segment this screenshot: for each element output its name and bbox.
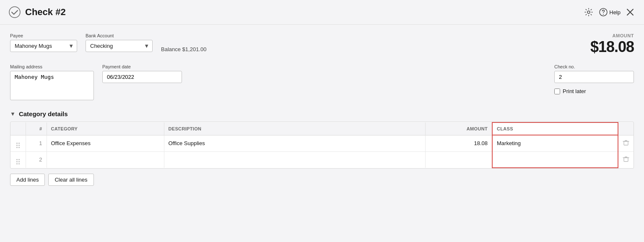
check-circle-icon [8, 6, 21, 18]
row-class[interactable] [492, 151, 618, 168]
bottom-buttons: Add lines Clear all lines [10, 174, 634, 186]
category-col-header: CATEGORY [47, 122, 164, 135]
num-col-header: # [26, 122, 47, 135]
row-amount[interactable] [425, 151, 492, 168]
delete-row-button[interactable] [618, 151, 634, 168]
bank-account-select-wrapper: Checking ▼ [86, 40, 153, 52]
balance-label: Balance [161, 46, 181, 52]
payee-select[interactable]: Mahoney Mugs [10, 40, 77, 52]
balance-value: $1,201.00 [182, 46, 207, 52]
trash-icon [623, 139, 629, 146]
check-no-group: Check no. Print later [554, 64, 634, 94]
row-description[interactable] [164, 151, 425, 168]
close-icon [626, 8, 634, 16]
category-table: # CATEGORY DESCRIPTION AMOUNT CLASS [10, 122, 634, 168]
amount-section: AMOUNT $18.08 [590, 33, 634, 56]
class-col-header: CLASS [492, 122, 618, 135]
mailing-address-label: Mailing address [10, 64, 94, 69]
amount-col-header: AMOUNT [425, 122, 492, 135]
row-num: 2 [26, 151, 47, 168]
section-title: Category details [19, 110, 68, 117]
page-container: Check #2 Help [0, 0, 644, 242]
top-row: Payee Mahoney Mugs ▼ Bank Account Checki… [10, 33, 634, 56]
print-later-checkbox[interactable] [554, 88, 560, 94]
check-no-input[interactable] [554, 71, 634, 83]
drag-dots-icon [16, 159, 20, 164]
settings-button[interactable] [584, 8, 593, 17]
row-category[interactable] [47, 151, 164, 168]
section-header: ▼ Category details [10, 110, 634, 117]
payee-select-wrapper: Mahoney Mugs ▼ [10, 40, 77, 52]
svg-rect-5 [624, 158, 628, 161]
delete-row-button[interactable] [618, 135, 634, 151]
balance-display: Balance $1,201.00 [161, 46, 206, 56]
table-row: 2 [10, 151, 634, 168]
payee-label: Payee [10, 33, 77, 38]
svg-point-0 [9, 7, 20, 18]
row-category[interactable]: Office Expenses [47, 135, 164, 151]
header: Check #2 Help [0, 0, 644, 25]
question-icon [599, 8, 608, 16]
section-toggle-icon[interactable]: ▼ [10, 111, 16, 117]
svg-point-3 [603, 14, 604, 15]
print-later-label: Print later [563, 88, 586, 94]
svg-rect-4 [624, 141, 628, 145]
bank-account-label: Bank Account [86, 33, 153, 38]
drag-dots-icon [16, 143, 20, 148]
page-title: Check #2 [25, 7, 66, 18]
main-content: Payee Mahoney Mugs ▼ Bank Account Checki… [0, 25, 644, 194]
table-header: # CATEGORY DESCRIPTION AMOUNT CLASS [10, 122, 634, 135]
action-col-header [618, 122, 634, 135]
bank-account-select[interactable]: Checking [86, 40, 153, 52]
payment-date-input[interactable] [102, 71, 182, 83]
help-button[interactable]: Help [599, 8, 621, 16]
drag-col-header [10, 122, 26, 135]
bank-account-field-group: Bank Account Checking ▼ [86, 33, 153, 52]
payment-date-group: Payment date [102, 64, 182, 83]
row-class[interactable]: Marketing [492, 135, 618, 151]
drag-handle[interactable] [10, 135, 26, 151]
header-left: Check #2 [8, 6, 66, 18]
amount-value: $18.08 [590, 38, 634, 56]
table-body: 1 Office Expenses Office Supplies 18.08 … [10, 135, 634, 168]
table-row: 1 Office Expenses Office Supplies 18.08 … [10, 135, 634, 151]
second-row: Mailing address Mahoney Mugs Payment dat… [10, 64, 634, 100]
trash-icon [623, 156, 629, 162]
mailing-address-group: Mailing address Mahoney Mugs [10, 64, 94, 100]
add-lines-button[interactable]: Add lines [10, 174, 45, 186]
print-later-row: Print later [554, 88, 634, 94]
row-num: 1 [26, 135, 47, 151]
row-amount[interactable]: 18.08 [425, 135, 492, 151]
gear-icon [584, 8, 593, 17]
clear-all-lines-button[interactable]: Clear all lines [48, 174, 93, 186]
svg-point-1 [587, 11, 590, 13]
description-col-header: DESCRIPTION [164, 122, 425, 135]
close-button[interactable] [626, 8, 634, 16]
drag-handle[interactable] [10, 151, 26, 168]
payee-field-group: Payee Mahoney Mugs ▼ [10, 33, 77, 52]
help-label: Help [609, 9, 621, 16]
category-table-container: # CATEGORY DESCRIPTION AMOUNT CLASS [10, 122, 634, 169]
mailing-address-input[interactable]: Mahoney Mugs [10, 71, 94, 100]
check-no-label: Check no. [554, 64, 634, 69]
row-description[interactable]: Office Supplies [164, 135, 425, 151]
header-right: Help [584, 8, 634, 17]
amount-label: AMOUNT [590, 33, 634, 38]
payment-date-label: Payment date [102, 64, 182, 69]
